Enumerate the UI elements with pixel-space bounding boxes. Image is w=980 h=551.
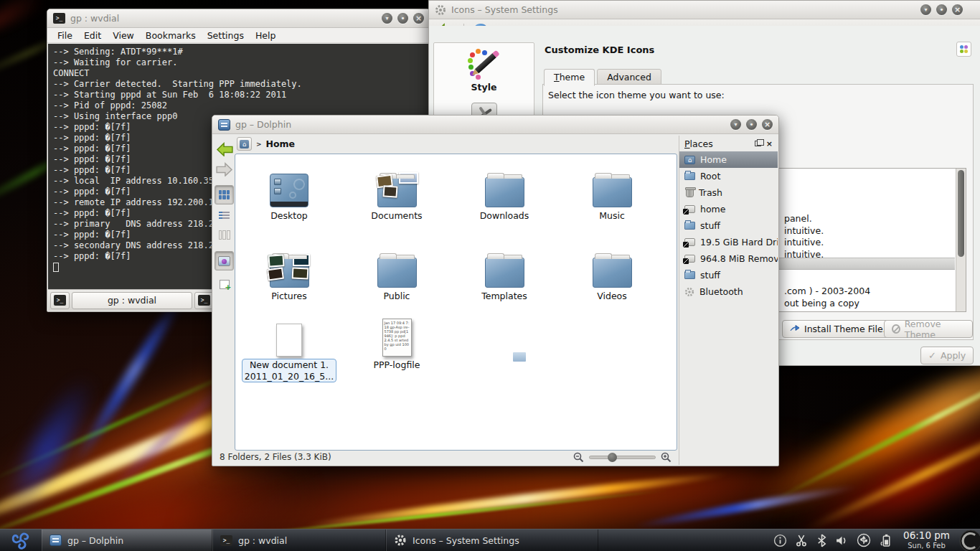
file-label: Templates — [451, 291, 558, 302]
no-entry-icon — [892, 324, 900, 334]
file-item-new-document[interactable]: New document 1.2011_01_20_16_5... — [235, 311, 343, 382]
places-item-hard-drive[interactable]: 19.5 GiB Hard Drive — [679, 234, 778, 250]
file-item-downloads[interactable]: Downloads — [451, 161, 558, 222]
places-panel: Places × Home Root Trash home stuff 19.5… — [679, 136, 778, 465]
install-theme-button[interactable]: Install Theme File... — [782, 320, 900, 338]
preview-button[interactable] — [215, 251, 234, 270]
system-settings-titlebar[interactable]: Icons – System Settings — [429, 1, 980, 19]
taskbar-task-wvdial[interactable]: gp : wvdial — [212, 529, 386, 551]
float-panel-icon[interactable] — [755, 141, 761, 146]
breadcrumb-current[interactable]: Home — [266, 138, 296, 149]
terminal-line: --> Waiting for carrier. — [53, 57, 429, 68]
forward-button[interactable] — [215, 159, 234, 179]
columns-view-button[interactable] — [215, 225, 234, 245]
panel-toolbox-cashew[interactable] — [954, 529, 980, 551]
scrollbar[interactable] — [956, 169, 966, 311]
minimize-button[interactable] — [730, 119, 741, 130]
menu-settings[interactable]: Settings — [202, 29, 250, 42]
icons-view-button[interactable] — [215, 185, 234, 204]
zoom-out-icon[interactable] — [573, 452, 584, 463]
trash-icon — [686, 189, 694, 197]
folder-icon — [485, 258, 524, 288]
menu-view[interactable]: View — [107, 29, 140, 42]
breadcrumb-home-button[interactable] — [237, 137, 252, 151]
tab-theme[interactable]: Theme — [544, 69, 595, 86]
file-item-documents[interactable]: Documents — [343, 161, 451, 222]
file-label: Videos — [558, 291, 666, 302]
back-arrow-icon — [216, 142, 233, 156]
taskbar-task-system-settings[interactable]: Icons – System Settings — [386, 529, 598, 551]
terminal-menubar: File Edit View Bookmarks Settings Help — [47, 28, 430, 43]
app-launcher-button[interactable] — [0, 529, 42, 551]
folder-icon — [377, 177, 417, 207]
back-button[interactable] — [215, 139, 234, 159]
maximize-button[interactable] — [397, 13, 408, 24]
minimize-button[interactable] — [920, 4, 931, 15]
file-item-pictures[interactable]: Pictures — [235, 242, 343, 302]
file-label: Pictures — [235, 291, 343, 302]
remove-theme-button[interactable]: Remove Theme — [884, 320, 973, 338]
zoom-in-icon[interactable] — [661, 452, 672, 463]
device-notifier-usb-icon[interactable] — [857, 533, 871, 547]
info-icon[interactable] — [773, 534, 787, 547]
file-item-music[interactable]: Music — [558, 161, 666, 222]
places-item-bluetooth[interactable]: Bluetooth — [679, 283, 778, 300]
sidebar-item-style[interactable]: Style — [434, 82, 534, 93]
places-item-home-drive[interactable]: home — [679, 201, 778, 217]
places-item-root[interactable]: Root — [679, 168, 778, 184]
places-item-stuff[interactable]: stuff — [679, 217, 778, 234]
maximize-button[interactable] — [936, 4, 947, 15]
close-button[interactable] — [413, 13, 424, 24]
zoom-slider[interactable] — [589, 456, 656, 459]
places-item-home[interactable]: Home — [679, 151, 778, 168]
battery-icon[interactable] — [879, 533, 892, 547]
dolphin-toolbar — [214, 138, 235, 295]
details-view-button[interactable] — [215, 205, 234, 225]
taskbar-task-dolphin[interactable]: gp – Dolphin — [42, 529, 212, 551]
chevron-right-icon: > — [256, 141, 262, 148]
minimize-button[interactable] — [382, 13, 392, 24]
wallpaper-streak — [773, 377, 980, 551]
file-item-desktop[interactable]: Desktop — [235, 161, 343, 222]
file-item-templates[interactable]: Templates — [451, 242, 558, 302]
terminal-line: --> Sending: ATDT*99***1# — [53, 47, 429, 57]
scrollbar-thumb[interactable] — [958, 170, 964, 257]
file-item-public[interactable]: Public — [343, 242, 451, 302]
places-item-trash[interactable]: Trash — [679, 184, 778, 201]
clock-date: Sun, 6 Feb — [903, 542, 950, 550]
tab-list-button[interactable] — [194, 292, 214, 309]
apply-button[interactable]: ✓ Apply — [920, 347, 974, 364]
checkmark-icon: ✓ — [928, 350, 936, 361]
bluetooth-icon[interactable] — [816, 534, 827, 547]
folder-view[interactable]: Desktop Documents Downloads Music — [235, 154, 677, 451]
file-item-ppp-logfile[interactable]: Jan 17 09:4 7:18 gp-Asp ire-5738 pp pd[1… — [343, 311, 451, 371]
zoom-slider-handle[interactable] — [608, 453, 617, 462]
terminal-titlebar[interactable]: gp : wvdial — [47, 9, 430, 28]
file-item-videos[interactable]: Videos — [558, 242, 666, 302]
desktop-folder-icon — [270, 174, 308, 207]
volume-icon[interactable] — [835, 534, 849, 547]
maximize-button[interactable] — [746, 119, 757, 130]
menu-help[interactable]: Help — [250, 29, 282, 42]
terminal-tab[interactable]: gp : wvdial — [72, 292, 192, 309]
menu-file[interactable]: File — [52, 29, 78, 42]
menu-edit[interactable]: Edit — [78, 29, 107, 42]
details-view-icon — [219, 210, 230, 220]
close-panel-icon[interactable]: × — [766, 140, 773, 148]
dolphin-titlebar[interactable]: gp – Dolphin — [212, 116, 778, 134]
close-button[interactable] — [762, 119, 773, 130]
clock[interactable]: 06:10 pm Sun, 6 Feb — [899, 530, 954, 550]
new-tab-button[interactable] — [50, 292, 70, 309]
places-item-stuff2[interactable]: stuff — [679, 267, 778, 283]
terminal-line: --> Pid of pppd: 25082 — [53, 100, 429, 111]
menu-bookmarks[interactable]: Bookmarks — [140, 29, 202, 42]
clipboard-scissors-icon[interactable] — [795, 534, 809, 547]
wallpaper-streak — [801, 400, 980, 534]
split-view-button[interactable] — [215, 275, 234, 294]
terminal-icon — [198, 295, 210, 306]
icons-module-icon — [956, 42, 971, 57]
places-item-removable[interactable]: 964.8 MiB Remov… — [679, 250, 778, 267]
close-button[interactable] — [952, 4, 963, 15]
folder-icon — [684, 271, 695, 279]
dolphin-window[interactable]: gp – Dolphin > Home — [212, 115, 779, 466]
